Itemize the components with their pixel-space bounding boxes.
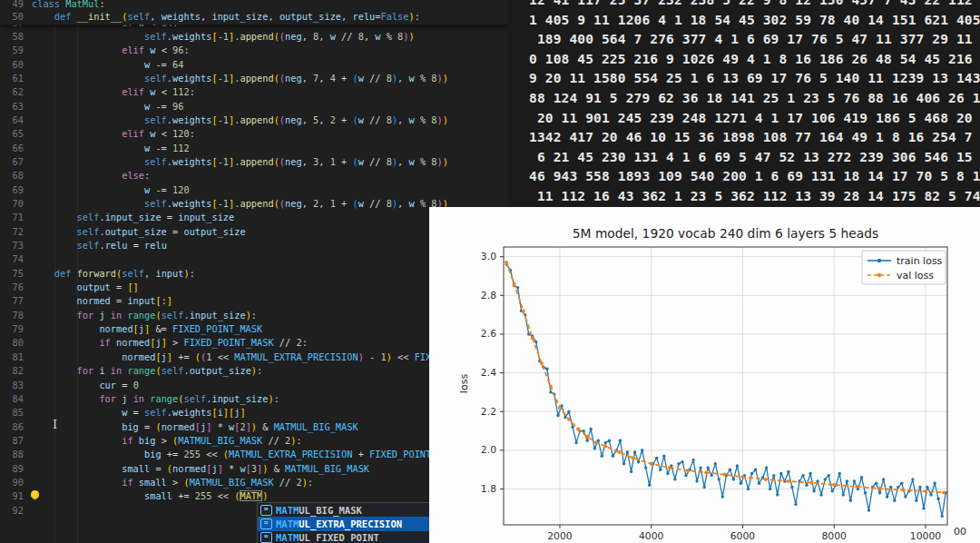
- sticky-line[interactable]: 50 def __init__(self, weights, input_siz…: [0, 11, 510, 24]
- code-line[interactable]: 68 else:: [0, 169, 544, 183]
- code-text: self.output_size = output_size: [32, 225, 246, 239]
- line-number: 66: [0, 142, 24, 155]
- line-number: 77: [0, 294, 24, 308]
- terminal-output-row: 12 41 117 25 37 232 238 5 22 9 8 12 150 …: [529, 0, 980, 10]
- line-number: 81: [0, 350, 24, 364]
- code-text: w -= 112: [32, 142, 190, 155]
- line-number: 86: [0, 420, 24, 434]
- mouse-ibeam-cursor: I: [53, 419, 57, 430]
- code-text: class MatMul:: [32, 0, 105, 11]
- code-text: if small > (MATMUL_BIG_MASK // 2):: [32, 476, 313, 489]
- autocomplete-item[interactable]: ≡MATMUL_EXTRA_PRECISION: [258, 517, 445, 530]
- code-text: small += 255 << (MATM): [32, 489, 268, 503]
- svg-text:2.2: 2.2: [481, 406, 496, 418]
- suggestion-label: MATMUL_BIG_MASK: [276, 505, 362, 516]
- autocomplete-item[interactable]: ≡MATMUL_BIG_MASK: [258, 503, 445, 517]
- line-number: 50: [0, 11, 24, 24]
- line-number: 70: [0, 197, 24, 211]
- code-line[interactable]: 59 elif w < 96:: [0, 44, 544, 57]
- sticky-line[interactable]: 49class MatMul:: [0, 0, 510, 11]
- line-number: 83: [0, 379, 24, 392]
- line-number: 72: [0, 225, 24, 239]
- sticky-scroll-header[interactable]: 49class MatMul:50 def __init__(self, wei…: [0, 0, 510, 25]
- code-line[interactable]: 67 self.weights[-1].append((neg, 3, 1 + …: [0, 155, 544, 169]
- code-text: for i in range(self.output_size):: [32, 364, 262, 378]
- line-number: 62: [0, 85, 24, 99]
- code-text: w -= 64: [32, 58, 183, 72]
- line-number: 76: [0, 281, 24, 294]
- terminal-output-row: 0 108 45 225 216 9 1026 49 4 1 8 16 186 …: [529, 49, 980, 69]
- code-line[interactable]: 66 w -= 112: [0, 142, 544, 155]
- line-number: 60: [0, 58, 24, 72]
- suggestion-kind-icon: ≡: [260, 505, 272, 516]
- terminal-output-row: 46 943 558 1893 109 540 200 1 6 69 131 1…: [529, 166, 980, 186]
- code-line[interactable]: 62 elif w < 112:: [0, 85, 544, 99]
- svg-text:8000: 8000: [822, 530, 848, 542]
- terminal-output-row: 1 405 9 11 1206 4 1 18 54 45 302 59 78 4…: [529, 10, 980, 30]
- line-number: 88: [0, 448, 24, 461]
- line-number: 69: [0, 183, 24, 197]
- code-text: elif w < 96:: [32, 44, 190, 57]
- code-line[interactable]: 61 self.weights[-1].append((neg, 7, 4 + …: [0, 72, 544, 85]
- terminal-output-row: 88 124 91 5 279 62 36 18 141 25 1 23 5 7…: [529, 88, 980, 108]
- code-line[interactable]: 60 w -= 64: [0, 58, 544, 72]
- code-text: big = (normed[j] * w[2]) & MATMUL_BIG_MA…: [32, 420, 358, 434]
- svg-text:3.0: 3.0: [481, 251, 496, 262]
- line-number: 59: [0, 44, 24, 57]
- code-text: else:: [32, 169, 150, 183]
- code-text: def __init__(self, weights, input_size, …: [32, 11, 420, 24]
- autocomplete-item[interactable]: ≡MATMUL_FIXED_POINT: [258, 531, 445, 543]
- code-text: big += 255 << (MATMUL_EXTRA_PRECISION + …: [32, 448, 459, 461]
- terminal-output-row: 11 112 16 43 362 1 23 5 362 112 13 39 28…: [529, 186, 980, 206]
- code-text: w = self.weights[i][j]: [32, 406, 246, 420]
- line-number: 87: [0, 434, 24, 448]
- code-text: normed = input[:]: [32, 294, 172, 308]
- line-number: 92: [0, 504, 24, 518]
- code-text: self.weights[-1].append((neg, 2, 1 + (w …: [32, 197, 448, 211]
- line-number: 65: [0, 127, 24, 141]
- code-line[interactable]: 58 self.weights[-1].append((neg, 8, w //…: [0, 30, 544, 44]
- code-text: w -= 120: [32, 183, 190, 197]
- code-text: self.weights[-1].append((neg, 3, 1 + (w …: [32, 155, 448, 169]
- terminal-output-row: 6 21 45 230 131 4 1 6 69 5 47 52 13 272 …: [529, 147, 980, 167]
- code-line[interactable]: 64 self.weights[-1].append((neg, 5, 2 + …: [0, 114, 544, 127]
- svg-text:2.0: 2.0: [481, 444, 496, 456]
- code-text: output = []: [32, 281, 139, 294]
- line-number: 74: [0, 252, 24, 266]
- terminal-panel[interactable]: 12 41 117 25 37 232 238 5 22 9 8 12 150 …: [508, 0, 980, 209]
- terminal-output-row: 1342 417 20 46 10 15 36 1898 108 77 164 …: [529, 127, 980, 147]
- svg-text:1.8: 1.8: [481, 483, 496, 495]
- code-text: self.input_size = input_size: [32, 211, 234, 224]
- line-number: 80: [0, 336, 24, 350]
- code-text: self.weights[-1].append((neg, 5, 2 + (w …: [32, 114, 448, 127]
- code-text: for j in range(self.input_size):: [32, 392, 279, 406]
- svg-text:6000: 6000: [730, 530, 756, 542]
- chart-ylabel: loss: [458, 374, 470, 393]
- code-line[interactable]: 69 w -= 120: [0, 183, 544, 197]
- svg-text:val loss: val loss: [897, 270, 934, 281]
- line-number: 58: [0, 30, 24, 44]
- line-number: 68: [0, 169, 24, 183]
- line-number: 71: [0, 211, 24, 224]
- svg-text:2.4: 2.4: [481, 367, 496, 379]
- loss-chart: 2000400060008000100001.82.02.22.42.62.83…: [429, 207, 980, 543]
- svg-text:train loss: train loss: [897, 255, 943, 267]
- line-number: 75: [0, 267, 24, 281]
- chart-title: 5M model, 1920 vocab 240 dim 6 layers 5 …: [504, 226, 947, 241]
- suggestion-kind-icon: ≡: [260, 518, 272, 529]
- screen: 57 if w < 64:58 self.weights[-1].append(…: [0, 0, 980, 543]
- svg-text:2000: 2000: [547, 530, 573, 542]
- line-number: 85: [0, 406, 24, 420]
- code-text: w -= 96: [32, 100, 183, 114]
- terminal-output-row: 9 20 11 1580 554 25 1 6 13 69 17 76 5 14…: [529, 68, 980, 88]
- line-number: 79: [0, 322, 24, 336]
- quick-fix-lightbulb-icon[interactable]: [31, 490, 39, 499]
- code-text: if big > (MATMUL_BIG_MASK // 2):: [32, 434, 302, 448]
- code-line[interactable]: 65 elif w < 120:: [0, 127, 544, 141]
- svg-text:2.8: 2.8: [481, 290, 496, 301]
- suggestion-label: MATMUL_EXTRA_PRECISION: [276, 518, 402, 529]
- code-text: small = (normed[j] * w[3]) & MATMUL_BIG_…: [32, 462, 369, 476]
- line-number: 64: [0, 114, 24, 127]
- code-line[interactable]: 63 w -= 96: [0, 100, 544, 114]
- code-text: for j in range(self.input_size):: [32, 309, 257, 322]
